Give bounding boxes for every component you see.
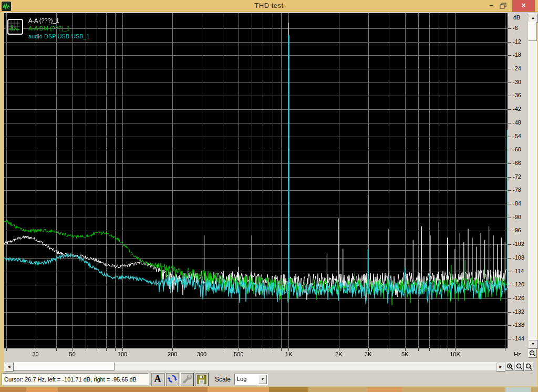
zoom-in-y-button[interactable] [528, 349, 537, 358]
legend: A-A (???)_1 A-A DM (???)_1 audio DSP USB… [28, 17, 90, 40]
x-tick-label: 3K [365, 351, 371, 357]
x-tick-label: 500 [234, 351, 243, 357]
y-tick-label: -72 [513, 173, 521, 180]
scale-label: Scale [215, 376, 231, 383]
combo-drop-button[interactable]: ▼ [258, 375, 267, 384]
scale-value: Log [237, 376, 246, 382]
font-button[interactable]: A [151, 373, 164, 386]
y-tick-label: -48 [513, 119, 521, 126]
magnifier-plus-icon [529, 350, 536, 357]
y-tick-label: -90 [513, 214, 521, 220]
y-tick-label: -54 [513, 133, 521, 139]
window-title: THD test [0, 2, 538, 9]
scroll-down-button[interactable]: ▼ [528, 339, 538, 349]
y-tick-label: -108 [513, 254, 524, 261]
legend-item: A-A (???)_1 [28, 17, 90, 25]
y-tick-label: -24 [513, 65, 521, 71]
y-tick-label: -102 [513, 241, 524, 247]
x-tick-label: 10K [450, 351, 460, 357]
y-tick-label: -30 [513, 79, 521, 85]
y-tick-label: -6 [513, 25, 518, 31]
scale-combobox[interactable]: Log ▼ [234, 374, 268, 385]
zoom-out-x-button[interactable] [515, 362, 524, 371]
zoom-out-y-button[interactable] [524, 362, 533, 371]
y-tick-label: -120 [513, 281, 524, 287]
app-window: THD test – × A-A (???)_1 A-A DM (???)_1 … [0, 0, 538, 387]
x-tick-label: 5K [401, 351, 408, 357]
horizontal-scrollbar-thumb[interactable] [14, 362, 115, 370]
screen: THD test – × A-A (???)_1 A-A DM (???)_1 … [0, 0, 538, 392]
y-tick-label: -12 [513, 38, 521, 45]
legend-item: audio DSP USB-USB_1 [28, 33, 90, 40]
x-axis-unit: Hz [514, 351, 521, 357]
spectrum-thumbnail-icon[interactable] [7, 19, 23, 35]
x-tick-label: 300 [197, 351, 206, 357]
magnifier-minus-icon [516, 363, 523, 370]
refresh-button[interactable] [165, 373, 179, 386]
save-icon [196, 374, 207, 385]
vertical-scrollbar-track[interactable] [528, 22, 537, 339]
restore-button[interactable] [500, 2, 510, 11]
y-tick-label: -126 [513, 295, 524, 301]
chevron-down-icon: ▼ [261, 377, 265, 381]
cursor-status-readout: Cursor: 26.7 Hz, left = -101.71 dB, righ… [2, 373, 149, 385]
y-tick-label: -138 [513, 322, 524, 328]
y-tick-label: -42 [513, 106, 521, 112]
y-tick-label: -60 [513, 146, 521, 152]
y-tick-label: -114 [513, 268, 524, 274]
y-tick-label: -96 [513, 227, 521, 233]
refresh-icon [167, 374, 178, 385]
y-axis-unit: dB [513, 14, 520, 20]
down-arrow-icon: ▼ [531, 342, 535, 346]
x-tick-label: 200 [168, 351, 177, 357]
wrench-icon [182, 374, 192, 385]
y-tick-label: -66 [513, 160, 521, 166]
setup-button[interactable] [180, 373, 194, 386]
x-tick-label: 30 [32, 351, 38, 357]
up-arrow-icon: ▲ [531, 16, 535, 19]
right-arrow-icon: ▶ [499, 365, 502, 368]
magnifier-plus-icon [506, 363, 513, 370]
vertical-scrollbar-thumb[interactable] [528, 22, 537, 41]
y-tick-label: -78 [513, 187, 521, 193]
y-tick-label: -18 [513, 51, 521, 58]
title-bar[interactable]: THD test – × [0, 0, 538, 12]
x-tick-label: 50 [69, 351, 76, 357]
magnifier-minus-icon [525, 363, 532, 370]
spectrum-plot[interactable] [4, 13, 511, 352]
zoom-in-x-button[interactable] [505, 362, 514, 371]
close-button[interactable]: × [512, 0, 535, 12]
y-tick-label: -84 [513, 200, 521, 207]
x-tick-label: 1K [285, 351, 292, 357]
y-tick-label: -132 [513, 308, 524, 315]
legend-item: A-A DM (???)_1 [28, 25, 90, 33]
save-button[interactable] [195, 373, 209, 386]
scroll-left-button[interactable]: ◀ [4, 362, 14, 372]
desktop-strip [0, 387, 538, 392]
y-tick-label: -144 [513, 335, 524, 342]
x-tick-label: 2K [335, 351, 342, 357]
minimize-button[interactable]: – [485, 2, 497, 11]
left-arrow-icon: ◀ [7, 365, 10, 368]
scroll-right-button[interactable]: ▶ [496, 362, 505, 372]
x-tick-label: 100 [118, 351, 127, 357]
y-tick-label: -36 [513, 92, 521, 98]
